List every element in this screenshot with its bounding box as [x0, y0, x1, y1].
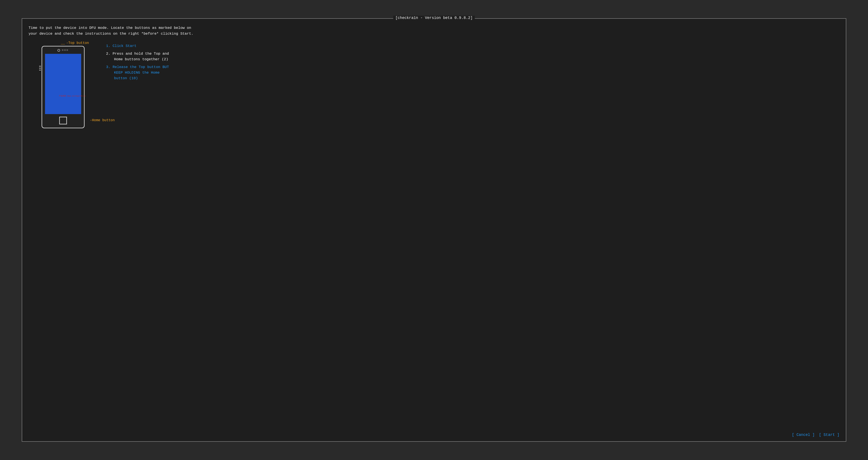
top-dash: __ [61, 41, 65, 45]
terminal-window: [checkra1n - Version beta 0.9.8.2] Time … [22, 18, 846, 441]
home-button-label: -Home button [90, 118, 115, 122]
step3-text2: KEEP HOLDING the Home [114, 71, 159, 75]
phone-top-bar: === [44, 49, 82, 52]
bottom-bar: [ Cancel ] [ Start ] [29, 428, 839, 437]
instructions-section: 1. Click Start 2. Press and hold the Top… [106, 41, 839, 83]
device-section: __ -Top button === [29, 41, 97, 128]
step2-text: Press and hold the Top and [113, 52, 169, 56]
main-content: __ -Top button === [29, 41, 839, 428]
phone-body: === [41, 46, 85, 128]
side-button-2 [39, 68, 41, 68]
instruction-3: 3. Release the Top button BUT KEEP HOLDI… [106, 64, 839, 81]
side-button-3 [39, 70, 41, 70]
step3-text: Release the Top button BUT [113, 65, 169, 69]
header-text: Time to put the device into DFU mode. Lo… [29, 25, 839, 37]
phone-screen [45, 54, 81, 114]
step3-text3: button (10) [114, 76, 138, 80]
phone-speaker: === [62, 49, 69, 52]
top-button-label: -Top button [66, 41, 89, 45]
home-button [59, 117, 67, 124]
instruction-2: 2. Press and hold the Top and Home butto… [106, 51, 839, 62]
step3-number: 3. [106, 65, 111, 69]
title-bar: [checkra1n - Version beta 0.9.8.2] [393, 16, 475, 20]
top-label-row: __ -Top button [61, 41, 89, 45]
title-text: [checkra1n - Version beta 0.9.8.2] [395, 16, 472, 20]
instruction-1: 1. Click Start [106, 43, 839, 49]
phone-bottom [59, 117, 67, 124]
side-button-1 [39, 66, 41, 66]
phone-wrapper: === -Home button 产品来源 dawu.alrenglish.cc [41, 46, 85, 128]
step2-text2: Home buttons together (2) [114, 57, 168, 61]
watermark: 产品来源 dawu.alrenglish.cc [59, 95, 86, 97]
step1-text: Click Start [113, 44, 136, 48]
phone-camera [58, 49, 60, 52]
step1-number: 1. [106, 44, 111, 48]
header-line1: Time to put the device into DFU mode. Lo… [29, 25, 839, 31]
side-buttons [39, 66, 41, 70]
header-line2: your device and check the instructions o… [29, 31, 839, 37]
step2-number: 2. [106, 52, 111, 56]
start-button[interactable]: [ Start ] [819, 433, 839, 437]
cancel-button[interactable]: [ Cancel ] [792, 433, 815, 437]
